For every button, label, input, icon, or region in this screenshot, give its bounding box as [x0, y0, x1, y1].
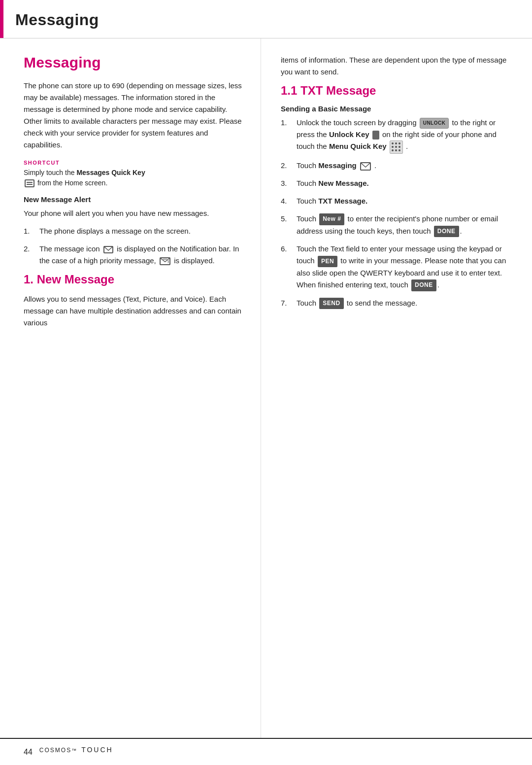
new-hash-button: New # — [319, 213, 344, 225]
txt-message-title: 1.1 TXT Message — [281, 84, 512, 98]
step-num-2: 2. — [24, 243, 37, 255]
header-title: Messaging — [3, 0, 114, 38]
shortcut-bold: Messages Quick Key — [76, 169, 145, 176]
brand-name: COSMOS™ TOUCH — [39, 746, 113, 758]
page-number: 44 — [24, 748, 33, 757]
txt-step-content-3: Touch New Message. — [297, 177, 512, 189]
step-content-2: The message icon is displayed on the Not… — [39, 243, 246, 267]
menu-quick-key-label: Menu Quick Key — [329, 142, 387, 151]
messaging-icon-svg — [361, 163, 370, 170]
txt-step-num-6: 6. — [281, 243, 295, 255]
alert-step-1: 1. The phone displays a message on the s… — [24, 225, 246, 237]
step2-text-before: The message icon — [39, 244, 100, 253]
txt-step-2: 2. Touch Messaging . — [281, 160, 512, 172]
txt-step-num-5: 5. — [281, 213, 295, 225]
header-accent — [0, 0, 3, 38]
txt-step-num-7: 7. — [281, 297, 295, 309]
step-content-1: The phone displays a message on the scre… — [39, 225, 246, 237]
footer: 44 COSMOS™ TOUCH — [0, 738, 532, 765]
txt-step-4: 4. Touch TXT Message. — [281, 195, 512, 207]
new-message-label: New Message. — [318, 179, 369, 187]
section-title: Messaging — [24, 54, 246, 71]
txt-steps-list: 1. Unlock the touch screen by dragging U… — [281, 117, 512, 309]
new-message-alert-text: Your phone will alert you when you have … — [24, 208, 246, 219]
new-message-title: 1. New Message — [24, 273, 246, 286]
txt-step-num-3: 3. — [281, 177, 295, 189]
content-wrapper: Messaging The phone can store up to 690 … — [0, 38, 532, 738]
shortcut-label: SHORTCUT — [24, 160, 246, 166]
txt-step-content-7: Touch SEND to send the message. — [297, 297, 512, 310]
messages-quick-key-icon — [25, 179, 34, 187]
unlock-key-symbol — [372, 131, 379, 139]
txt-step-num-1: 1. — [281, 117, 295, 129]
shortcut-text: Simply touch the Messages Quick Key from… — [24, 168, 246, 188]
txt-step-3: 3. Touch New Message. — [281, 177, 512, 189]
done-button-2: DONE — [411, 279, 436, 291]
shortcut-text-after: from the Home screen. — [37, 179, 107, 187]
shortcut-section: SHORTCUT Simply touch the Messages Quick… — [24, 160, 246, 188]
unlock-key-graphic: UNLOCK — [420, 118, 449, 129]
txt-step-content-2: Touch Messaging . — [297, 160, 512, 172]
send-button: SEND — [319, 298, 343, 309]
header-bar: Messaging — [0, 0, 532, 38]
txt-step-content-6: Touch the Text field to enter your messa… — [297, 243, 512, 291]
left-column: Messaging The phone can store up to 690 … — [0, 38, 261, 738]
done-button-1: DONE — [434, 226, 459, 237]
priority-msg-icon: ! — [160, 257, 170, 265]
new-message-alert-heading: New Message Alert — [24, 195, 246, 204]
txt-step-content-5: Touch New # to enter the recipient's pho… — [297, 213, 512, 237]
alert-steps-list: 1. The phone displays a message on the s… — [24, 225, 246, 267]
menu-key-icon — [390, 140, 403, 154]
txt-step-num-4: 4. — [281, 195, 295, 207]
txt-message-label: TXT Message. — [318, 197, 367, 205]
pen-button: PEN — [318, 256, 337, 267]
txt-step-content-1: Unlock the touch screen by dragging UNLO… — [297, 117, 512, 154]
intro-continuation: items of information. These are dependen… — [281, 54, 512, 78]
sending-heading: Sending a Basic Message — [281, 104, 512, 113]
txt-step-content-4: Touch TXT Message. — [297, 195, 512, 207]
intro-paragraph: The phone can store up to 690 (depending… — [24, 80, 246, 151]
page: Messaging Messaging The phone can store … — [0, 0, 532, 765]
txt-step-7: 7. Touch SEND to send the message. — [281, 297, 512, 310]
shortcut-text-before: Simply touch the — [24, 169, 75, 176]
brand-touch: TOUCH — [81, 746, 113, 754]
message-icon-svg — [104, 247, 112, 252]
step-num-1: 1. — [24, 225, 37, 237]
txt-step-5: 5. Touch New # to enter the recipient's … — [281, 213, 512, 237]
unlock-key-label: Unlock Key — [329, 130, 369, 139]
alert-step-2: 2. The message icon is displayed on the … — [24, 243, 246, 267]
messaging-label: Messaging — [318, 161, 357, 170]
new-message-text: Allows you to send messages (Text, Pictu… — [24, 293, 246, 329]
txt-step-6: 6. Touch the Text field to enter your me… — [281, 243, 512, 291]
right-column: items of information. These are dependen… — [261, 38, 532, 738]
brand-tm: ™ — [71, 748, 77, 753]
priority-exclamation: ! — [167, 260, 169, 264]
step1-text: The phone displays a message on the scre… — [39, 227, 191, 235]
txt-step-1: 1. Unlock the touch screen by dragging U… — [281, 117, 512, 154]
step2-text-after: is displayed. — [174, 256, 215, 265]
brand-cosmos: COSMOS — [39, 747, 71, 754]
txt-step-num-2: 2. — [281, 160, 295, 172]
messaging-app-icon — [360, 162, 371, 171]
